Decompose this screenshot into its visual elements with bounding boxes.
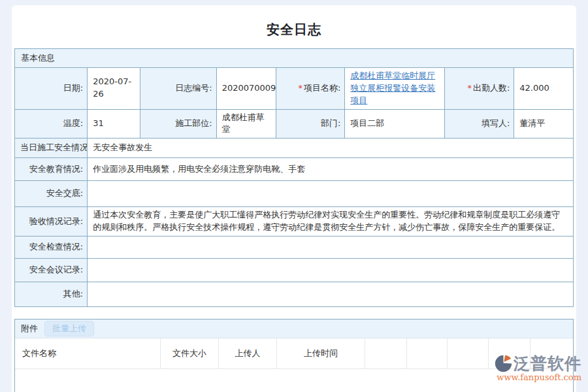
field-label-safety-meeting: 安全会议记录: — [15, 258, 88, 282]
column-header-upload-time: 上传时间 — [277, 338, 365, 369]
field-value-safety-disclosure — [88, 181, 574, 207]
attachments-section: 附件 批量上传 文件名称 文件大小 上传人 上传时间 — [14, 319, 574, 392]
project-name-link[interactable]: 成都杜甫草堂临时展厅独立展柜报警设备安装项目 — [350, 71, 435, 105]
field-value-attendance: 42.000 — [514, 68, 574, 110]
column-header-empty — [365, 338, 406, 369]
field-label-project-text: 项目名称: — [304, 83, 340, 93]
section-title-basic-info: 基本信息 — [15, 49, 574, 68]
field-label-construction: 施工部位: — [140, 109, 216, 139]
field-value-safety-education: 作业面涉及用电频繁，用电安全必须注意穿防电靴、手套 — [88, 158, 574, 181]
batch-upload-button[interactable]: 批量上传 — [44, 321, 94, 336]
field-label-attendance: *出勤人数: — [445, 68, 514, 110]
field-label-project: *项目名称: — [276, 68, 345, 110]
field-label-attendance-text: 出勤人数: — [473, 83, 510, 93]
field-label-department: 部门: — [276, 109, 345, 139]
table-row: 安全交底: — [15, 181, 574, 207]
field-label-other: 其他: — [15, 282, 88, 306]
column-header-uploader: 上传人 — [219, 338, 277, 369]
table-row: 其他: — [15, 282, 574, 306]
watermark-brand-text: 泛普软件 — [514, 355, 581, 373]
watermark-brand-line: 泛普软件 — [495, 355, 581, 373]
required-marker: * — [298, 83, 302, 93]
table-row: 温度: 31 施工部位: 成都杜甫草堂 部门: 项目二部 填写人: 董清平 — [15, 109, 574, 139]
table-row: 安全教育情况: 作业面涉及用电频繁，用电安全必须注意穿防电靴、手套 — [15, 158, 574, 181]
attachments-title: 附件 — [21, 323, 38, 335]
required-marker: * — [467, 83, 472, 93]
field-value-daily-safety: 无安全事故发生 — [88, 139, 574, 158]
field-value-acceptance-record: 通过本次安全教育，主要是使广大职工懂得严格执行劳动纪律对实现安全生产的重要性。劳… — [88, 207, 574, 237]
field-label-filler: 填写人: — [445, 109, 514, 139]
field-value-other — [88, 282, 574, 306]
attachments-column-header-row: 文件名称 文件大小 上传人 上传时间 — [15, 338, 573, 369]
table-row: 验收情况记录: 通过本次安全教育，主要是使广大职工懂得严格执行劳动纪律对实现安全… — [15, 207, 574, 237]
field-value-construction: 成都杜甫草堂 — [216, 109, 276, 139]
field-value-department: 项目二部 — [345, 109, 445, 139]
section-header-row: 基本信息 — [15, 49, 574, 68]
field-label-log-no: 日志编号: — [140, 68, 216, 110]
field-value-log-no: 2020070009 — [216, 68, 276, 110]
column-header-file-size: 文件大小 — [160, 338, 219, 369]
fanpu-logo-icon — [495, 355, 512, 372]
content-panel: 安全日志 基本信息 日期: 2020-07-26 日志编号: 202007000… — [12, 5, 576, 392]
fanpu-watermark: 泛普软件 www.fanpusoft.com — [495, 355, 581, 382]
column-header-empty — [406, 338, 447, 369]
field-label-safety-inspection: 安全检查情况: — [15, 236, 88, 258]
field-value-filler: 董清平 — [514, 109, 574, 139]
table-row: 安全会议记录: — [15, 258, 574, 282]
field-value-safety-inspection — [88, 236, 574, 258]
field-label-temperature: 温度: — [15, 109, 88, 139]
table-row: 日期: 2020-07-26 日志编号: 2020070009 *项目名称: 成… — [15, 68, 574, 110]
attachments-table: 文件名称 文件大小 上传人 上传时间 — [15, 338, 573, 392]
field-label-date: 日期: — [15, 68, 88, 110]
field-value-project: 成都杜甫草堂临时展厅独立展柜报警设备安装项目 — [345, 68, 445, 110]
field-value-date: 2020-07-26 — [88, 68, 140, 110]
field-label-safety-disclosure: 安全交底: — [15, 181, 88, 207]
table-row: 当日施工安全情况: 无安全事故发生 — [15, 139, 574, 158]
attachments-empty-row — [15, 368, 573, 392]
field-value-safety-meeting — [88, 258, 574, 282]
column-header-file-name: 文件名称 — [15, 338, 160, 369]
attachments-header-bar: 附件 批量上传 — [15, 319, 573, 338]
field-label-safety-education: 安全教育情况: — [15, 158, 88, 181]
column-header-empty — [448, 338, 488, 369]
attachments-empty-body — [15, 368, 573, 392]
field-label-acceptance-record: 验收情况记录: — [15, 207, 88, 237]
table-row: 安全检查情况: — [15, 236, 574, 258]
field-label-daily-safety: 当日施工安全情况: — [15, 139, 88, 158]
basic-info-table: 基本信息 日期: 2020-07-26 日志编号: 2020070009 *项目… — [14, 48, 574, 307]
field-value-temperature: 31 — [88, 109, 140, 139]
page-title: 安全日志 — [12, 5, 576, 48]
watermark-url: www.fanpusoft.com — [495, 372, 581, 382]
